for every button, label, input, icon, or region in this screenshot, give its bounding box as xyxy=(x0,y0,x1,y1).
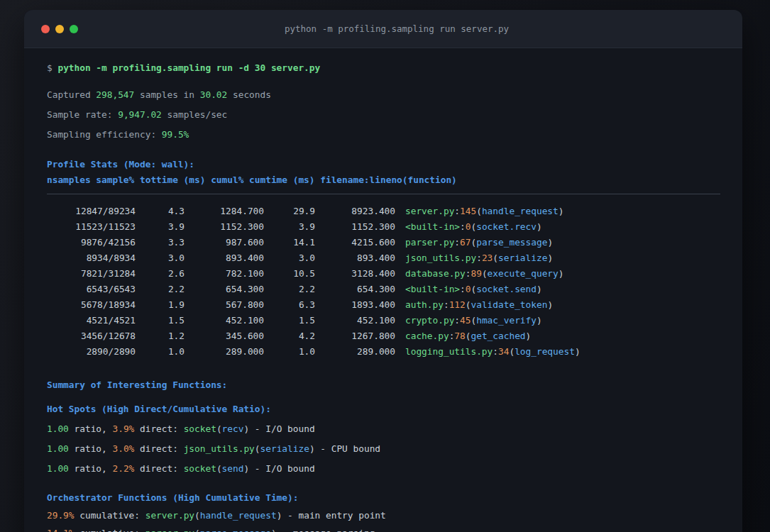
orchestrator-item: 29.9% cumulative: server.py(handle_reque… xyxy=(47,508,720,523)
command-text: python -m profiling.sampling run -d 30 s… xyxy=(57,62,320,73)
hot-spot-item: 1.00 ratio, 3.9% direct: socket(recv) - … xyxy=(47,421,720,437)
sample-pct-value: 1.9 xyxy=(136,297,185,313)
cumul-pct-value: 1.0 xyxy=(264,344,315,360)
cumul-pct-value: 4.2 xyxy=(264,328,315,344)
function-name: parse_message xyxy=(476,237,547,248)
target-name: server.py xyxy=(145,510,194,521)
filename: cache.py xyxy=(405,331,449,341)
cumtime-value: 8923.400 xyxy=(315,204,395,219)
direct-label: direct: xyxy=(134,463,183,474)
table-row: 9876/421563.3987.60014.14215.600parser.p… xyxy=(47,235,720,250)
bound-note: - I/O bound xyxy=(249,463,314,474)
tottime-value: 782.100 xyxy=(185,266,264,282)
nsamples-value: 4521/4521 xyxy=(47,313,136,328)
direct-pct-value: 3.9% xyxy=(112,423,134,434)
function-location: server.py:145(handle_request) xyxy=(405,206,564,216)
sample-pct-value: 1.5 xyxy=(136,313,185,328)
close-paren: ) xyxy=(243,423,249,434)
nsamples-value: 6543/6543 xyxy=(47,282,136,297)
function-location: logging_utils.py:34(log_request) xyxy=(405,346,581,357)
sample-pct-value: 2.2 xyxy=(136,282,185,297)
cumulative-label: cumulative: xyxy=(75,528,145,532)
sample-rate-suffix: samples/sec xyxy=(162,109,227,120)
open-paren: ( xyxy=(216,423,222,434)
function-name: hmac_verify xyxy=(476,315,537,326)
ratio-value: 1.00 xyxy=(47,463,69,474)
table-columns-header: nsamples sample% tottime (ms) cumul% cum… xyxy=(47,172,720,188)
tottime-value: 654.300 xyxy=(185,282,264,297)
cumul-pct-value: 10.5 xyxy=(264,266,315,282)
table-row: 6543/65432.2654.3002.2654.300<built-in>:… xyxy=(47,282,720,297)
sample-pct-value: 3.3 xyxy=(136,235,185,250)
efficiency-line: Sampling efficiency: 99.5% xyxy=(47,127,720,143)
tottime-value: 1284.700 xyxy=(185,204,264,219)
tottime-value: 567.800 xyxy=(185,297,264,313)
close-paren: ) xyxy=(547,237,553,248)
nsamples-value: 9876/42156 xyxy=(47,235,136,250)
tottime-value: 893.400 xyxy=(185,250,264,266)
hot-spots-heading: Hot Spots (High Direct/Cumulative Ratio)… xyxy=(47,401,720,417)
traffic-lights xyxy=(41,25,78,33)
cumul-pct-value: 6.3 xyxy=(264,297,315,313)
direct-label: direct: xyxy=(134,443,183,454)
profile-stats-heading: Profile Stats (Mode: wall): xyxy=(47,157,720,172)
function-name: parse_message xyxy=(200,528,271,532)
target-name: socket xyxy=(184,463,216,474)
open-paren: ( xyxy=(509,346,515,357)
cumulative-pct-value: 29.9% xyxy=(47,510,75,521)
filename: <built-in> xyxy=(405,284,460,294)
filename: server.py xyxy=(405,206,454,216)
target-name: json_utils.py xyxy=(184,443,255,454)
colon-separator: : xyxy=(460,284,466,294)
cumulative-pct-value: 14.1% xyxy=(47,528,75,532)
summary-heading: Summary of Interesting Functions: xyxy=(47,377,720,393)
sample-rate-label: Sample rate: xyxy=(47,109,118,120)
captured-suffix-label: seconds xyxy=(227,89,271,100)
filename: logging_utils.py xyxy=(405,346,493,357)
captured-duration-value: 30.02 xyxy=(200,89,228,100)
cumulative-label: cumulative: xyxy=(75,510,145,521)
function-name: handle_request xyxy=(482,206,559,216)
maximize-button[interactable] xyxy=(70,25,78,33)
close-paren: ) xyxy=(575,346,581,357)
shell-prompt: $ xyxy=(47,62,57,73)
cumul-pct-value: 1.5 xyxy=(264,313,315,328)
tottime-value: 1152.300 xyxy=(185,219,264,235)
orchestrator-heading: Orchestrator Functions (High Cumulative … xyxy=(47,490,720,506)
efficiency-label: Sampling efficiency: xyxy=(47,129,162,140)
table-row: 12847/892344.31284.70029.98923.400server… xyxy=(47,204,720,219)
cumtime-value: 893.400 xyxy=(315,250,395,266)
table-row: 11523/115233.91152.3003.91152.300<built-… xyxy=(47,219,720,235)
open-paren: ( xyxy=(466,299,471,310)
table-row: 4521/45211.5452.1001.5452.100crypto.py:4… xyxy=(47,313,720,328)
open-paren: ( xyxy=(482,268,488,279)
close-button[interactable] xyxy=(41,25,50,33)
line-number: 78 xyxy=(454,331,465,341)
hot-spot-item: 1.00 ratio, 2.2% direct: socket(send) - … xyxy=(47,461,720,477)
direct-pct-value: 3.0% xyxy=(112,443,134,454)
filename: parser.py xyxy=(405,237,454,248)
cumtime-value: 654.300 xyxy=(315,282,395,297)
sample-pct-value: 4.3 xyxy=(136,204,185,219)
line-number: 145 xyxy=(460,206,476,216)
ratio-label: ratio, xyxy=(69,443,113,454)
entry-note: - main entry point xyxy=(282,510,385,521)
cumul-pct-value: 3.9 xyxy=(264,219,315,235)
cumtime-value: 289.000 xyxy=(315,344,395,360)
table-row: 8934/89343.0893.4003.0893.400json_utils.… xyxy=(47,250,720,266)
close-paren: ) xyxy=(547,299,553,310)
function-name: execute_query xyxy=(488,268,559,279)
window-titlebar[interactable]: python -m profiling.sampling run server.… xyxy=(24,10,742,48)
colon-separator: : xyxy=(454,315,460,326)
function-name: socket.send xyxy=(476,284,537,294)
function-name: validate_token xyxy=(471,299,548,310)
minimize-button[interactable] xyxy=(55,25,64,33)
tottime-value: 289.000 xyxy=(185,344,264,360)
sample-pct-value: 1.2 xyxy=(136,328,185,344)
ratio-label: ratio, xyxy=(69,463,113,474)
filename: <built-in> xyxy=(405,221,460,232)
orchestrator-item: 14.1% cumulative: parser.py(parse_messag… xyxy=(47,526,720,532)
table-row: 3456/126781.2345.6004.21267.800cache.py:… xyxy=(47,328,720,344)
sample-rate-line: Sample rate: 9,947.02 samples/sec xyxy=(47,107,720,123)
sample-pct-value: 3.0 xyxy=(136,250,185,266)
